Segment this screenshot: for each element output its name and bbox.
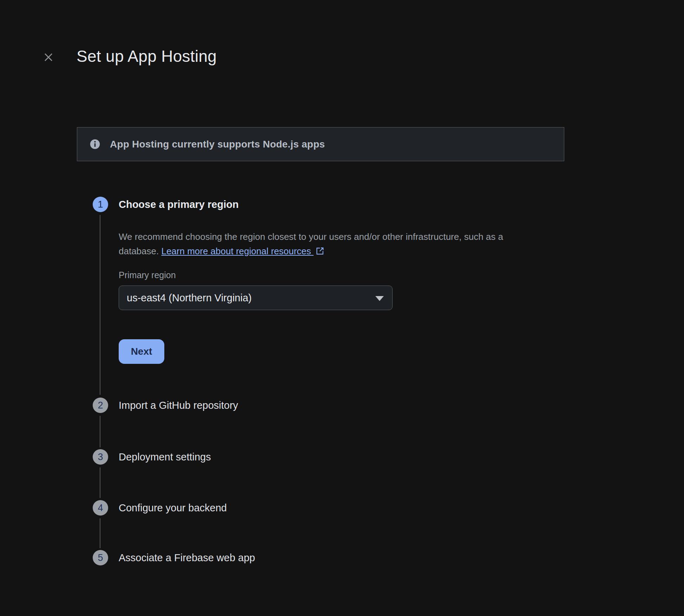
info-banner: App Hosting currently supports Node.js a… (77, 127, 564, 161)
step-4-number-badge: 4 (93, 500, 108, 516)
step-1-header: 1 Choose a primary region (93, 197, 239, 212)
step-3-label: Deployment settings (119, 451, 211, 463)
info-icon (89, 138, 101, 150)
step-1-label: Choose a primary region (119, 199, 239, 210)
primary-region-selected-value: us-east4 (Northern Virginia) (127, 292, 252, 304)
step-2-header: 2 Import a GitHub repository (93, 398, 238, 413)
stepper-connector (100, 215, 100, 395)
step-2-number-badge: 2 (93, 398, 108, 413)
step-3-header: 3 Deployment settings (93, 449, 211, 465)
external-link-icon (315, 247, 324, 256)
step-5-label: Associate a Firebase web app (119, 552, 255, 564)
step-5-header: 5 Associate a Firebase web app (93, 550, 255, 565)
step-5-number-badge: 5 (93, 550, 108, 565)
chevron-down-icon (375, 296, 384, 301)
learn-more-link[interactable]: Learn more about regional resources (161, 246, 314, 256)
setup-app-hosting-dialog: Set up App Hosting App Hosting currently… (0, 0, 684, 616)
stepper-connector (100, 467, 100, 498)
stepper-connector (100, 518, 100, 548)
close-icon[interactable] (41, 50, 56, 65)
stepper-connector (100, 416, 100, 447)
step-4-label: Configure your backend (119, 502, 227, 514)
banner-text: App Hosting currently supports Node.js a… (110, 139, 325, 150)
primary-region-label: Primary region (119, 270, 176, 280)
next-button[interactable]: Next (119, 339, 164, 364)
region-description: We recommend choosing the region closest… (119, 230, 545, 258)
close-x-glyph (42, 51, 54, 63)
page-title: Set up App Hosting (77, 47, 217, 66)
primary-region-select[interactable]: us-east4 (Northern Virginia) (119, 286, 393, 310)
step-2-label: Import a GitHub repository (119, 400, 238, 411)
step-1-number-badge: 1 (93, 197, 108, 212)
step-3-number-badge: 3 (93, 449, 108, 465)
step-4-header: 4 Configure your backend (93, 500, 227, 516)
